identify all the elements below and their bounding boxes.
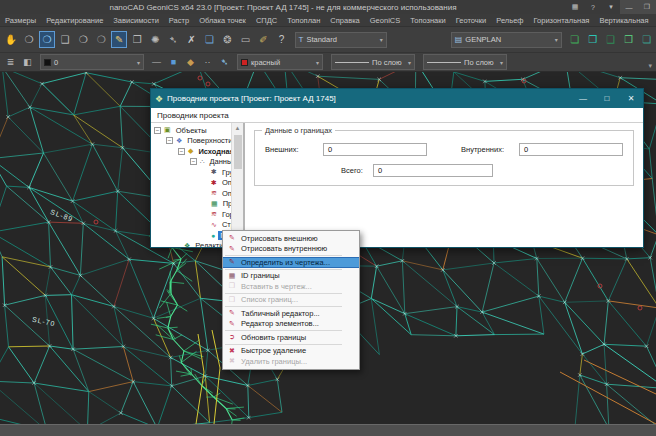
tree-scrollbar[interactable]: ▲ (231, 123, 243, 247)
ctx-element-editor[interactable]: ✎ Редактор элементов... (223, 319, 359, 330)
dialog-header-label: Проводник проекта (151, 108, 643, 123)
linetype-sample (335, 62, 369, 63)
menu-spravka[interactable]: Справка (325, 16, 364, 25)
ctx-update-boundaries[interactable]: ➲ Обновить границы (223, 332, 359, 343)
tree-expander-icon[interactable]: − (190, 158, 197, 165)
scroll-thumb[interactable] (234, 135, 242, 169)
dialog-minimize-button[interactable]: — (571, 89, 595, 108)
workbench-icon[interactable]: ▭ (237, 31, 253, 48)
lineweight-combo[interactable]: По слою ▾ (423, 54, 507, 70)
globe-icon[interactable]: ❂ (219, 31, 235, 48)
scroll-up-icon[interactable]: ▲ (232, 123, 243, 134)
linetype-combo[interactable]: По слою ▾ (331, 54, 415, 70)
ctx-insert-to-drawing[interactable]: ❒ Вставить в чертеж... (223, 281, 359, 292)
menu-item-icon: ✎ (226, 245, 238, 253)
blue-square-icon[interactable]: ■ (166, 55, 181, 70)
toolbar-properties: ≣ ◧ 0 ▾ — ■ ◆ ·· ➴ красный ▾ По слою ▾ П… (0, 53, 656, 72)
tree-item-geopoint-groups[interactable]: − ✱ Группы геоточек (151, 167, 231, 178)
layer-combo[interactable]: 0 ▾ (40, 54, 144, 70)
grid-icon[interactable]: ▦ (566, 0, 584, 14)
window-minimize-button[interactable]: — (620, 0, 638, 14)
ctx-delete-boundaries[interactable]: ✖ Удалить границы... (223, 356, 359, 367)
ctx-boundary-id[interactable]: ▦ ID границы (223, 271, 359, 282)
ctx-draw-outer[interactable]: ✎ Отрисовать внешнюю (223, 233, 359, 244)
menu-vertikalnaya[interactable]: Вертикальная (594, 16, 653, 25)
geonics-doc-2-icon[interactable]: ❐ (585, 31, 601, 48)
tree-expander-icon[interactable]: − (154, 127, 161, 134)
menu-relief[interactable]: Рельеф (491, 16, 528, 25)
tree-expander-icon[interactable]: − (166, 137, 173, 144)
ctx-draw-inner[interactable]: ✎ Отрисовать внутреннюю (223, 244, 359, 255)
menu-oblaka-tochek[interactable]: Облака точек (194, 16, 251, 25)
tree-item-source-surface[interactable]: − ◆ Исходная (151, 146, 231, 157)
tree-item-editable[interactable]: − ❖ Редакти (151, 241, 231, 248)
menu-geotochki[interactable]: Геоточки (451, 16, 491, 25)
project-explorer-icon: ❖ (155, 94, 163, 104)
copy-object-icon[interactable]: ❐ (129, 31, 145, 48)
menu-razmery[interactable]: Размеры (0, 16, 41, 25)
sketch-pencil-icon[interactable]: ✐ (255, 31, 271, 48)
genplan-combo[interactable]: ▤ GENPLAN ▾ (451, 32, 562, 48)
total-count-field[interactable]: 0 (373, 164, 493, 177)
draw-pencil-icon[interactable]: ✎ (111, 31, 127, 48)
filter-cursor-icon[interactable]: ➴ (217, 55, 232, 70)
menu-geonics[interactable]: GeoniCS (365, 16, 405, 25)
menu-separator (225, 269, 342, 270)
tree-item-control-contours[interactable]: − ≋ Опорные горизонтали (151, 188, 231, 199)
ctx-table-editor[interactable]: ✎ Табличный редактор... (223, 308, 359, 319)
menu-spds[interactable]: СПДС (251, 16, 282, 25)
bucket-icon[interactable]: ◆ (183, 55, 198, 70)
line-sample-icon[interactable]: — (149, 55, 164, 70)
window-restore-button[interactable]: ❐ (638, 0, 656, 14)
tree-item-icon: ≋ (211, 210, 217, 218)
tree-item-boundaries[interactable]: − ● Границы (151, 230, 231, 241)
external-count-field[interactable]: 0 (323, 143, 427, 156)
tree-item-objects[interactable]: − ▣ Объекты (151, 125, 231, 136)
table-x-icon[interactable]: ✗ (183, 31, 199, 48)
menu-topoplan[interactable]: Топоплан (282, 16, 325, 25)
ctx-define-from-drawing[interactable]: ✎ Определить из чертежа... (223, 257, 359, 268)
gear-compass-icon[interactable]: ✺ (147, 31, 163, 48)
pan-hand-icon[interactable]: ✋ (3, 31, 19, 48)
tree-item-tin-data[interactable]: − ∴ Данные TIN (151, 157, 231, 168)
tree-expander-icon[interactable]: − (178, 148, 185, 155)
layers-doc-icon[interactable]: ❏ (201, 31, 217, 48)
menu-topoznaki[interactable]: Топознаки (405, 16, 451, 25)
zoom-out-icon[interactable]: ❍ (75, 31, 91, 48)
tree-item-primitives[interactable]: − ▦ Примитивы & Файлы точек (151, 199, 231, 210)
zoom-previous-icon[interactable]: ❍ (93, 31, 109, 48)
tree-item-surfaces[interactable]: − ❖ Поверхности (151, 136, 231, 147)
geonics-doc-3-icon[interactable]: ❑ (603, 31, 619, 48)
tree-item-contours[interactable]: − ≋ Горизонтали (151, 209, 231, 220)
genplan-icon: ▤ (455, 35, 463, 44)
dialog-maximize-button[interactable]: □ (595, 89, 619, 108)
ctx-quick-delete[interactable]: ✖ Быстрое удаление (223, 346, 359, 357)
dialog-close-button[interactable]: ✕ (619, 89, 643, 108)
text-style-combo[interactable]: T Standard ▾ (295, 32, 387, 48)
tree-item-control-points[interactable]: − ✱ Опорные точки (151, 178, 231, 189)
ctx-boundary-list[interactable]: ❒ Список границ... (223, 295, 359, 306)
layer-properties-icon[interactable]: ≣ (3, 55, 18, 70)
zoom-window-icon[interactable]: ❍ (39, 31, 55, 48)
help-button[interactable]: ? (584, 0, 602, 14)
help-dropdown-icon[interactable]: ▾ (602, 0, 620, 14)
menu-redaktirovanie[interactable]: Редактирование (41, 16, 108, 25)
menu-zavisimosti[interactable]: Зависимости (108, 16, 164, 25)
geonics-doc-5-icon[interactable]: ❏ (639, 31, 655, 48)
menu-gorizontalnaya[interactable]: Горизонтальная (528, 16, 594, 25)
layer-state-icon[interactable]: ◧ (20, 55, 35, 70)
zoom-realtime-icon[interactable]: ❍ (21, 31, 37, 48)
menu-rastr[interactable]: Растр (164, 16, 194, 25)
polyline-edit-icon[interactable]: ➴ (165, 31, 181, 48)
help-icon[interactable]: ? (273, 31, 289, 48)
color-combo[interactable]: красный ▾ (237, 54, 323, 70)
toolbar-overflow-icon[interactable]: ▾ (648, 62, 652, 70)
dialog-titlebar[interactable]: ❖ Проводник проекта [Проект: Проект АД 1… (151, 89, 643, 108)
geonics-doc-1-icon[interactable]: ❏ (567, 31, 583, 48)
zoom-dynamic-icon[interactable]: ❑ (57, 31, 73, 48)
geonics-doc-4-icon[interactable]: ❒ (621, 31, 637, 48)
dots-icon[interactable]: ·· (200, 55, 215, 70)
menu-item-icon: ❒ (226, 296, 238, 304)
tree-item-structure-lines[interactable]: − ∿ Структурные линии (151, 220, 231, 231)
internal-count-field[interactable]: 0 (519, 143, 623, 156)
